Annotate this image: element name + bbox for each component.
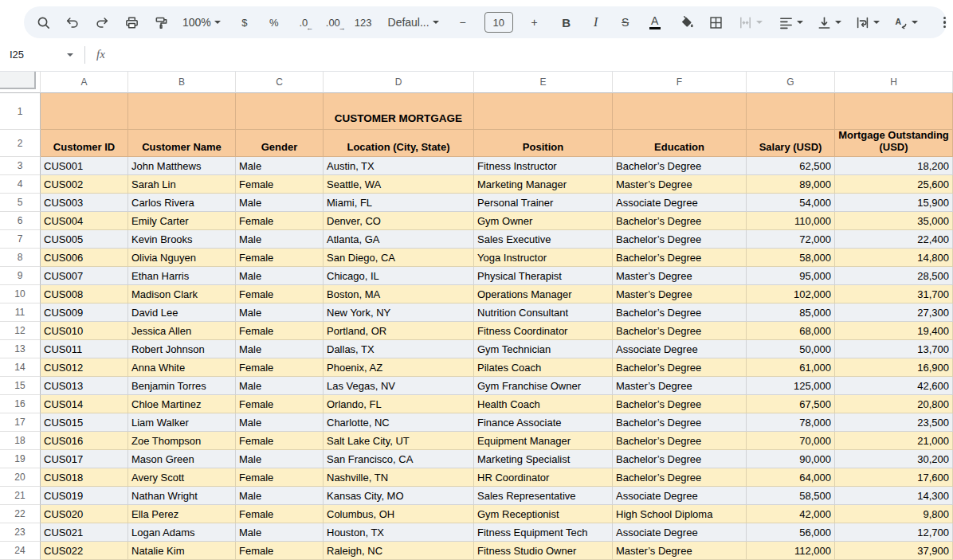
cell[interactable]: Sales Representative bbox=[474, 487, 613, 505]
row-header-9[interactable]: 9 bbox=[0, 267, 41, 285]
column-header-h[interactable]: H bbox=[835, 72, 953, 93]
cell[interactable]: Denver, CO bbox=[324, 212, 474, 230]
cell[interactable]: 58,500 bbox=[747, 487, 835, 505]
row-header-3[interactable]: 3 bbox=[0, 157, 41, 175]
cell[interactable]: 90,000 bbox=[747, 450, 835, 468]
cell[interactable]: Houston, TX bbox=[324, 523, 474, 542]
horizontal-align-button[interactable] bbox=[778, 12, 803, 33]
cell[interactable]: Yoga Instructor bbox=[474, 249, 613, 267]
cell[interactable]: Master’s Degree bbox=[613, 285, 747, 303]
row-header-6[interactable]: 6 bbox=[0, 212, 41, 230]
cell[interactable]: HR Coordinator bbox=[474, 468, 613, 487]
cell[interactable]: Nathan Wright bbox=[128, 487, 236, 505]
cell[interactable]: Bachelor’s Degree bbox=[613, 322, 747, 340]
column-header-a[interactable]: A bbox=[41, 72, 128, 93]
cell[interactable]: 54,000 bbox=[747, 194, 835, 212]
row-header-23[interactable]: 23 bbox=[0, 523, 41, 542]
cell[interactable]: Salt Lake City, UT bbox=[324, 432, 474, 450]
cell[interactable]: 30,200 bbox=[835, 450, 953, 468]
column-header-d[interactable]: D bbox=[324, 72, 474, 93]
text-color-button[interactable]: A bbox=[647, 12, 663, 33]
print-button[interactable] bbox=[124, 12, 139, 33]
cell[interactable] bbox=[41, 93, 128, 130]
cell[interactable]: CUS015 bbox=[41, 413, 128, 432]
cell[interactable]: Male bbox=[236, 377, 324, 395]
cell[interactable]: Chloe Martinez bbox=[128, 395, 236, 413]
cell[interactable]: Female bbox=[236, 468, 324, 487]
cell[interactable]: CUS021 bbox=[41, 523, 128, 542]
cell[interactable]: Olivia Nguyen bbox=[128, 249, 236, 267]
cell[interactable]: Female bbox=[236, 285, 324, 303]
cell[interactable]: Male bbox=[236, 230, 324, 249]
cell[interactable]: Dallas, TX bbox=[324, 340, 474, 358]
cell[interactable]: San Francisco, CA bbox=[324, 450, 474, 468]
cell[interactable]: Associate Degree bbox=[613, 340, 747, 358]
cell[interactable] bbox=[474, 93, 613, 130]
cell[interactable]: David Lee bbox=[128, 303, 236, 322]
cell[interactable]: CUS010 bbox=[41, 322, 128, 340]
cell[interactable]: Phoenix, AZ bbox=[324, 358, 474, 377]
cell[interactable]: 58,000 bbox=[747, 249, 835, 267]
cell[interactable]: 56,000 bbox=[747, 523, 835, 542]
cell[interactable]: Gym Owner bbox=[474, 212, 613, 230]
row-header-21[interactable]: 21 bbox=[0, 487, 41, 505]
cell[interactable]: Female bbox=[236, 358, 324, 377]
cell[interactable]: Zoe Thompson bbox=[128, 432, 236, 450]
cell[interactable]: Marketing Manager bbox=[474, 175, 613, 194]
cell[interactable]: Nashville, TN bbox=[324, 468, 474, 487]
cell[interactable] bbox=[747, 93, 835, 130]
cell[interactable]: Location (City, State) bbox=[324, 130, 474, 157]
cell[interactable]: Columbus, OH bbox=[324, 505, 474, 523]
cell[interactable]: Female bbox=[236, 542, 324, 560]
name-box[interactable]: I25 bbox=[0, 49, 78, 61]
cell[interactable]: 27,300 bbox=[835, 303, 953, 322]
cell[interactable]: Ella Perez bbox=[128, 505, 236, 523]
increase-font-size-button[interactable]: + bbox=[527, 12, 543, 33]
cell[interactable]: Male bbox=[236, 450, 324, 468]
strikethrough-button[interactable]: S bbox=[618, 12, 633, 33]
bold-button[interactable]: B bbox=[559, 12, 575, 33]
format-percent-button[interactable]: % bbox=[266, 12, 282, 33]
cell[interactable]: Las Vegas, NV bbox=[324, 377, 474, 395]
cell[interactable]: Bachelor’s Degree bbox=[613, 432, 747, 450]
cell[interactable]: Female bbox=[236, 432, 324, 450]
cell[interactable]: 67,500 bbox=[747, 395, 835, 413]
font-size-input[interactable]: 10 bbox=[484, 12, 513, 33]
cell[interactable]: Master’s Degree bbox=[613, 377, 747, 395]
cell[interactable]: Female bbox=[236, 395, 324, 413]
cell[interactable]: Gender bbox=[236, 130, 324, 157]
cell[interactable]: San Diego, CA bbox=[324, 249, 474, 267]
fill-color-button[interactable] bbox=[679, 12, 695, 33]
cell[interactable]: 12,700 bbox=[835, 523, 953, 542]
cell[interactable]: 22,400 bbox=[835, 230, 953, 249]
cell[interactable]: 16,900 bbox=[835, 358, 953, 377]
cell[interactable]: Bachelor’s Degree bbox=[613, 249, 747, 267]
cell[interactable]: 15,900 bbox=[835, 194, 953, 212]
cell[interactable]: CUS002 bbox=[41, 175, 128, 194]
cell[interactable]: High School Diploma bbox=[613, 505, 747, 523]
cell[interactable]: Seattle, WA bbox=[324, 175, 474, 194]
cell[interactable]: CUS006 bbox=[41, 249, 128, 267]
paint-format-button[interactable] bbox=[153, 12, 169, 33]
cell[interactable]: Kevin Brooks bbox=[128, 230, 236, 249]
cell[interactable]: Bachelor’s Degree bbox=[613, 413, 747, 432]
text-rotation-button[interactable]: A bbox=[893, 12, 918, 33]
cell[interactable]: Sarah Lin bbox=[128, 175, 236, 194]
merge-cells-button[interactable] bbox=[738, 12, 763, 33]
cell[interactable]: Fitness Instructor bbox=[474, 157, 613, 175]
cell[interactable]: Associate Degree bbox=[613, 487, 747, 505]
column-header-f[interactable]: F bbox=[613, 72, 747, 93]
row-header-4[interactable]: 4 bbox=[0, 175, 41, 194]
cell[interactable]: 70,000 bbox=[747, 432, 835, 450]
cell[interactable]: 50,000 bbox=[747, 340, 835, 358]
cell[interactable]: CUS005 bbox=[41, 230, 128, 249]
cell[interactable]: CUS017 bbox=[41, 450, 128, 468]
cell[interactable]: Finance Associate bbox=[474, 413, 613, 432]
cell[interactable]: Atlanta, GA bbox=[324, 230, 474, 249]
cell[interactable]: 14,800 bbox=[835, 249, 953, 267]
cell[interactable]: Male bbox=[236, 194, 324, 212]
row-header-24[interactable]: 24 bbox=[0, 542, 41, 560]
cell[interactable]: Austin, TX bbox=[324, 157, 474, 175]
cell[interactable]: Natalie Kim bbox=[128, 542, 236, 560]
cell[interactable]: Male bbox=[236, 413, 324, 432]
